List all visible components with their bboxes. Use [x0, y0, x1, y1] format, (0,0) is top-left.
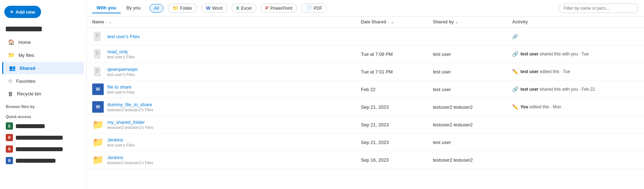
- word-doc-icon: W: [92, 84, 104, 95]
- plus-icon: +: [10, 9, 13, 15]
- filter-excel-button[interactable]: X Excel: [232, 4, 256, 13]
- quick-access-icon-1: E: [6, 122, 13, 130]
- filter-folder-button[interactable]: 📁 Folder: [168, 4, 197, 13]
- file-info: file to share test user's Files: [107, 84, 135, 94]
- main-content: With you By you All 📁 Folder W Word X Ex…: [86, 0, 644, 189]
- file-path: testuser2 testuser2's Files: [107, 125, 153, 130]
- activity-edit-icon: ✏️: [512, 69, 518, 75]
- file-path: test user's Files: [107, 90, 135, 94]
- excel-filter-icon: X: [236, 5, 240, 11]
- table-row[interactable]: read_only test user's Files Tue at 7:08 …: [86, 45, 644, 63]
- activity-text: test user edited this · Tue: [520, 69, 570, 74]
- tab-with-you[interactable]: With you: [92, 3, 121, 13]
- sidebar-item-label: My files: [18, 53, 34, 58]
- svg-rect-8: [94, 67, 100, 76]
- col-name-label: Name: [92, 19, 104, 24]
- quick-access-item-4[interactable]: B: [0, 155, 86, 166]
- table-row[interactable]: test user's Files 🔗: [86, 28, 644, 45]
- table-row[interactable]: 📁 Jenkins testuser2 testuser2's Files Se…: [86, 151, 644, 169]
- svg-rect-0: [94, 32, 100, 41]
- pdf-filter-icon: 📄: [306, 5, 312, 11]
- table-row[interactable]: 📁 Jenkins test user's Files Sep 21, 2023…: [86, 134, 644, 151]
- add-new-button[interactable]: + Add new: [4, 6, 41, 18]
- col-shared-by-header[interactable]: Shared by ⌄: [433, 19, 512, 24]
- activity-share-icon: 🔗: [512, 51, 518, 57]
- shared-by-cell: testuser2 testuser2: [433, 104, 512, 110]
- filter-all-button[interactable]: All: [149, 4, 164, 13]
- quick-access-icon-4: B: [6, 157, 13, 164]
- col-date-label: Date Shared: [361, 19, 386, 24]
- file-info: Jenkins testuser2 testuser2's Files: [107, 155, 153, 165]
- quick-access-item-2[interactable]: R: [0, 132, 86, 143]
- file-icon-folder: 📁: [92, 136, 104, 148]
- home-icon: 🏠: [8, 39, 15, 45]
- shared-icon: 👥: [9, 65, 16, 71]
- shared-by-cell: test user: [433, 87, 512, 92]
- activity-text: test user shared this with you · Feb 22: [520, 87, 595, 92]
- sort-name-expand-icon: ⌄: [109, 20, 112, 24]
- quick-access-name-1: [16, 124, 45, 128]
- col-name-header[interactable]: Name ↓ ⌄: [92, 19, 361, 24]
- file-info: Jenkins test user's Files: [107, 137, 135, 147]
- sidebar-item-shared[interactable]: 👥 Shared: [2, 62, 84, 74]
- file-icon-word: W: [92, 101, 104, 113]
- date-cell: Sep 21, 2023: [361, 140, 433, 145]
- col-date-header[interactable]: Date Shared ↓ ⌄: [361, 19, 433, 24]
- word-filter-icon: W: [206, 5, 210, 11]
- file-info: qewrqwerwqer test user's Files: [107, 67, 138, 77]
- shared-by-cell: test user: [433, 51, 512, 57]
- file-path: testuser2 testuser2's Files: [107, 161, 153, 165]
- file-cell: 📁 Jenkins test user's Files: [92, 136, 361, 148]
- file-icon-folder: 📁: [92, 119, 104, 130]
- file-name: Jenkins: [107, 155, 153, 160]
- shared-by-cell: test user: [433, 69, 512, 75]
- file-info: my_shared_folder testuser2 testuser2's F…: [107, 120, 153, 130]
- svg-rect-4: [94, 50, 100, 58]
- recycle-bin-icon: 🗑: [8, 91, 13, 97]
- file-name: read_only: [107, 49, 135, 54]
- user-name-redacted: [6, 27, 42, 31]
- quick-access-icon-2: R: [6, 134, 13, 141]
- quick-access-name-4: [16, 159, 55, 163]
- sidebar-item-recycle-bin[interactable]: 🗑 Recycle bin: [2, 88, 84, 100]
- folder-icon: 📁: [92, 154, 104, 166]
- file-name: file to share: [107, 84, 135, 90]
- file-cell: 📁 my_shared_folder testuser2 testuser2's…: [92, 119, 361, 130]
- activity-edit-icon: ✏️: [512, 104, 518, 110]
- sidebar-item-favorites[interactable]: ☆ Favorites: [2, 75, 84, 87]
- date-cell: Tue at 7:01 PM: [361, 69, 433, 75]
- table-row[interactable]: qewrqwerwqer test user's Files Tue at 7:…: [86, 63, 644, 81]
- quick-access-item-3[interactable]: R: [0, 143, 86, 155]
- tab-by-you[interactable]: By you: [122, 3, 145, 13]
- file-icon-folder: 📁: [92, 154, 104, 166]
- activity-cell: 🔗 test user shared this with you · Feb 2…: [512, 86, 638, 92]
- col-activity-header: Activity: [512, 19, 638, 24]
- date-cell: Sep 21, 2023: [361, 104, 433, 110]
- file-info: test user's Files: [107, 34, 140, 39]
- file-icon-generic: [92, 31, 104, 42]
- filter-pdf-button[interactable]: 📄 PDF: [301, 4, 327, 13]
- table-row[interactable]: W dummy_file_to_share testuser2 testuser…: [86, 98, 644, 116]
- sidebar-item-label: Favorites: [16, 78, 35, 84]
- quick-access-item-1[interactable]: E: [0, 120, 86, 132]
- filter-search-input[interactable]: [559, 4, 638, 13]
- sort-name-icon: ↓: [106, 20, 107, 24]
- filter-powerpoint-button[interactable]: P PowerPoint: [261, 4, 297, 13]
- date-cell: Sep 21, 2023: [361, 122, 433, 127]
- col-shared-by-label: Shared by: [433, 19, 454, 24]
- filter-word-button[interactable]: W Word: [201, 4, 227, 13]
- date-cell: Sep 16, 2023: [361, 157, 433, 163]
- sidebar-item-my-files[interactable]: 📁 My files: [2, 49, 84, 61]
- filter-ppt-label: PowerPoint: [270, 6, 292, 11]
- favorites-icon: ☆: [8, 78, 13, 84]
- file-cell: qewrqwerwqer test user's Files: [92, 66, 361, 77]
- activity-cell: 🔗 test user shared this with you · Tue: [512, 51, 638, 57]
- date-cell: Tue at 7:08 PM: [361, 51, 433, 57]
- activity-text: test user shared this with you · Tue: [520, 51, 589, 57]
- sidebar-item-home[interactable]: 🏠 Home: [2, 36, 84, 48]
- file-icon-generic: [92, 48, 104, 60]
- table-row[interactable]: W file to share test user's Files Feb 22…: [86, 81, 644, 98]
- table-row[interactable]: 📁 my_shared_folder testuser2 testuser2's…: [86, 116, 644, 134]
- filter-all-label: All: [154, 6, 159, 11]
- file-cell: read_only test user's Files: [92, 48, 361, 60]
